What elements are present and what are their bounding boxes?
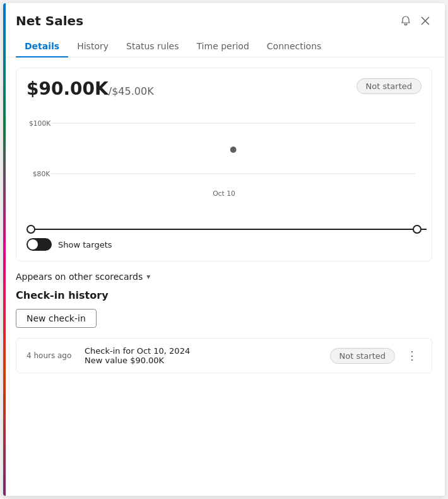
- show-targets-label: Show targets: [58, 240, 112, 250]
- tab-connections[interactable]: Connections: [258, 36, 331, 57]
- range-slider[interactable]: [27, 223, 421, 236]
- accent-bar: [3, 3, 6, 496]
- main-panel: Net Sales Details History Status rules: [3, 3, 445, 496]
- chart-area: $100K $80K Oct 10: [27, 104, 421, 218]
- y-label-100k: $100K: [29, 119, 51, 128]
- tab-details[interactable]: Details: [16, 36, 68, 57]
- main-content: $90.00K/$45.00K Not started $100K $80K O…: [3, 57, 445, 496]
- current-value: $90.00K: [27, 78, 109, 99]
- new-checkin-button[interactable]: New check-in: [16, 309, 97, 328]
- y-label-80k: $80K: [33, 170, 50, 178]
- notification-button[interactable]: [398, 13, 413, 28]
- chevron-down-icon: ▾: [146, 272, 150, 281]
- status-badge: Not started: [357, 78, 421, 94]
- checkin-status-badge: Not started: [330, 348, 395, 364]
- checkin-history-section: Check-in history New check-in 4 hours ag…: [16, 289, 432, 373]
- panel-header: Net Sales Details History Status rules: [3, 3, 445, 57]
- tab-time-period[interactable]: Time period: [188, 36, 258, 57]
- metric-card: $90.00K/$45.00K Not started $100K $80K O…: [16, 68, 432, 262]
- metric-value-display: $90.00K/$45.00K: [27, 78, 154, 99]
- checkin-date: Check-in for Oct 10, 2024: [85, 346, 322, 356]
- panel-title: Net Sales: [16, 13, 83, 28]
- checkin-item: 4 hours ago Check-in for Oct 10, 2024 Ne…: [16, 338, 432, 373]
- close-button[interactable]: [418, 14, 432, 28]
- checkin-new-value: New value $90.00K: [85, 356, 322, 365]
- checkin-info: Check-in for Oct 10, 2024 New value $90.…: [85, 346, 322, 365]
- header-actions: [398, 13, 432, 28]
- tab-status-rules[interactable]: Status rules: [117, 36, 188, 57]
- slider-left-thumb[interactable]: [27, 225, 35, 234]
- checkin-time-ago: 4 hours ago: [27, 351, 77, 360]
- toggle-knob: [28, 239, 38, 250]
- chart-svg: $100K $80K Oct 10: [27, 104, 421, 218]
- checkin-menu-button[interactable]: ⋮: [403, 347, 421, 364]
- appears-label: Appears on other scorecards: [16, 272, 143, 282]
- show-targets-toggle[interactable]: [27, 238, 52, 251]
- slider-right-thumb[interactable]: [413, 225, 421, 234]
- tab-bar: Details History Status rules Time period…: [16, 36, 432, 57]
- tab-history[interactable]: History: [68, 36, 117, 57]
- x-axis-label: Oct 10: [213, 189, 235, 198]
- show-targets-row: Show targets: [27, 238, 421, 251]
- chart-data-point: [230, 147, 237, 153]
- metric-header: $90.00K/$45.00K Not started: [27, 78, 421, 99]
- target-value: /$45.00K: [109, 85, 154, 97]
- appears-section[interactable]: Appears on other scorecards ▾: [16, 272, 432, 282]
- checkin-history-title: Check-in history: [16, 289, 432, 301]
